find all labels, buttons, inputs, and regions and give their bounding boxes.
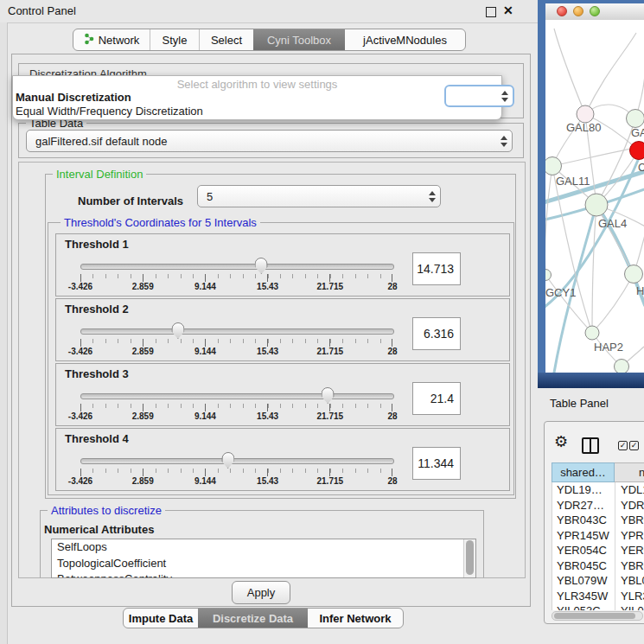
table-cell[interactable]: YBR0 [615,513,644,528]
threshold-1-slider-thumb[interactable] [255,258,268,274]
column-header-shared-name[interactable]: shared… [552,462,615,482]
tab-select[interactable]: Select [200,29,253,50]
tick-label: 2.859 [132,411,154,421]
table-cell[interactable]: YLR3 [615,589,644,604]
node-label: GCY1 [545,286,576,299]
threshold-1-slider-track[interactable] [80,264,394,270]
network-node[interactable] [585,326,600,341]
table-cell[interactable]: YIL053C [552,603,615,610]
interval-definition-title: Interval Definition [53,168,146,181]
close-traffic-light-icon[interactable] [557,6,567,16]
table-data-group: Table Data galFiltered.sif default node [18,123,524,158]
dropdown-item-manual-discretization[interactable]: Manual Discretization [13,91,501,105]
close-panel-icon[interactable]: ✕ [503,3,513,17]
cyni-bottom-tabbar: Impute Data Discretize Data Infer Networ… [123,608,404,628]
tab-impute-data[interactable]: Impute Data [124,609,198,628]
app-root: { "icons": { "close": "✕", "gear": "⚙", … [0,0,644,644]
network-canvas[interactable]: GAL80 GA C GAL11 GAL4 GCY1 H HAP2 [545,20,644,373]
float-panel-icon[interactable] [486,7,496,17]
threshold-2-value-field[interactable]: 6.316 [412,317,461,350]
table-cell[interactable]: YBR043C [552,513,615,528]
table-row[interactable]: YPR145W YPR1 [552,528,644,544]
table-cell[interactable]: YDR27… [552,498,615,513]
threshold-4-value-field[interactable]: 11.344 [412,447,461,480]
threshold-2-slider-thumb[interactable] [171,322,184,339]
tick-label: -3.426 [68,411,92,421]
table-cell[interactable]: YER0 [615,543,644,558]
network-window-bottom-frame [538,373,644,388]
threshold-3-value-field[interactable]: 21.4 [412,382,461,415]
table-row[interactable]: YBR045C YBR0 [552,558,644,574]
tab-discretize-data[interactable]: Discretize Data [198,609,308,628]
zoom-traffic-light-icon[interactable] [590,6,600,16]
table-row[interactable]: YBR043C YBR0 [552,513,644,528]
tab-jactivemnodules[interactable]: jActiveMNodules [345,29,465,50]
column-header-name[interactable]: n… [615,462,644,482]
table-cell[interactable]: YDL1 [615,482,644,498]
slider-tick-labels: -3.426 2.859 9.144 15.43 21.715 28 [80,282,392,292]
slider-tick-labels: -3.426 2.859 9.144 15.43 21.715 28 [80,476,392,487]
table-cell[interactable]: YIL0 [615,603,644,610]
node-label: GA [631,126,644,139]
threshold-1-value-field[interactable]: 14.713 [412,252,461,285]
threshold-4-slider-thumb[interactable] [221,452,234,469]
table-row[interactable]: YDL19… YDL1 [552,482,644,498]
gear-icon[interactable]: ⚙ [554,432,568,451]
tab-cyni-toolbox[interactable]: Cyni Toolbox [253,29,345,50]
table-data-combobox[interactable]: galFiltered.sif default node [26,130,513,152]
network-window-titlebar[interactable] [545,3,644,21]
checkbox-icon[interactable]: ✓ [618,441,628,450]
threshold-3-slider-thumb[interactable] [322,387,335,404]
table-cell[interactable]: YPR145W [552,528,615,544]
threshold-3-slider-track[interactable] [80,393,394,399]
apply-button[interactable]: Apply [232,581,290,604]
table-cell[interactable]: YBR045C [552,558,615,574]
table-cell[interactable]: YBL079W [552,573,615,589]
tick-label: 28 [387,282,397,291]
threshold-4-slider-track[interactable] [80,458,394,464]
table-cell[interactable]: YDR2 [615,498,644,513]
network-node-selected[interactable] [629,141,644,160]
table-cell[interactable]: YBR0 [615,558,644,574]
table-row[interactable]: YIL053C YIL0 [552,603,644,610]
threshold-1-panel: Threshold 1 -3.426 2.859 9.144 15.43 21.… [55,233,510,296]
table-cell[interactable]: YLR345W [552,589,615,604]
network-node[interactable] [626,109,644,128]
combo-stepper-icon [496,136,512,147]
table-horizontal-scrollbar[interactable] [552,611,643,621]
table-row[interactable]: YER054C YER0 [552,543,644,558]
threshold-2-slider-track[interactable] [80,328,394,335]
table-cell[interactable]: YBL0 [615,573,644,589]
table-row[interactable]: YBL079W YBL0 [552,573,644,589]
table-cell[interactable]: YER054C [552,543,615,558]
algorithm-combobox-fragment[interactable] [444,85,514,107]
list-item[interactable]: BetweennessCentrality [52,571,475,578]
tab-network[interactable]: Network [73,29,150,50]
list-item[interactable]: TopologicalCoefficient [52,556,475,572]
minimize-traffic-light-icon[interactable] [573,6,583,16]
attributes-group: Attributes to discretize Numerical Attri… [40,510,484,577]
list-item[interactable]: SelfLoops [52,539,475,556]
tick-label: 9.144 [194,411,216,421]
control-panel-titlebar: Control Panel ✕ [0,0,538,23]
dropdown-item-equal-width-frequency[interactable]: Equal Width/Frequency Discretization [13,105,501,118]
table-row[interactable]: YLR345W YLR3 [552,589,644,604]
checkbox-icon[interactable]: ✓ [629,441,639,450]
table-cell[interactable]: YDL19… [552,482,615,498]
combo-stepper-icon [497,91,513,102]
table-cell[interactable]: YPR1 [615,528,644,544]
tick-label: 9.144 [194,476,216,486]
network-node[interactable] [624,265,643,284]
tab-style[interactable]: Style [150,29,200,50]
interval-definition-group: Interval Definition Number of Intervals … [45,174,516,499]
attributes-list-scrollbar[interactable] [463,539,475,577]
number-of-intervals-combobox[interactable]: 5 [197,185,441,207]
network-node[interactable] [585,194,609,217]
table-row[interactable]: YDR27… YDR2 [552,498,644,513]
split-view-icon[interactable] [582,437,599,454]
tab-cyni-toolbox-label: Cyni Toolbox [267,34,331,47]
tick-label: 2.859 [132,347,154,356]
tab-infer-network[interactable]: Infer Network [308,609,403,628]
tick-label: 21.715 [317,347,344,356]
network-node[interactable] [614,359,629,373]
